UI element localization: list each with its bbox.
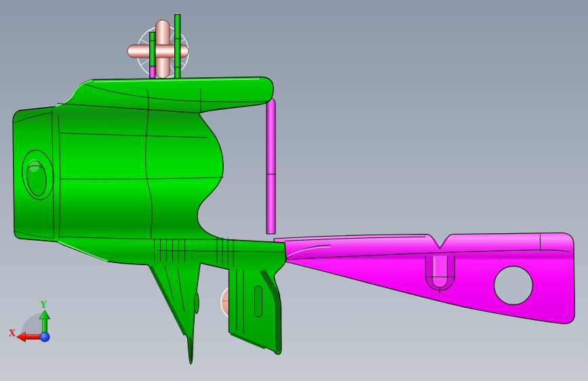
magenta-arm-hole — [494, 266, 533, 305]
origin-sphere[interactable] — [40, 332, 50, 342]
x-axis-label: X — [9, 328, 16, 338]
stud-left[interactable] — [150, 33, 156, 79]
stud-right[interactable] — [175, 15, 181, 80]
magenta-flange-strip — [267, 98, 275, 234]
green-leg-slot — [195, 292, 199, 314]
y-axis-label: Y — [40, 300, 47, 310]
cad-canvas: X Y — [0, 0, 588, 381]
stud-left-magenta-tip — [150, 66, 156, 78]
cad-viewport[interactable]: X Y — [0, 0, 588, 381]
green-tab-slot — [255, 286, 262, 317]
